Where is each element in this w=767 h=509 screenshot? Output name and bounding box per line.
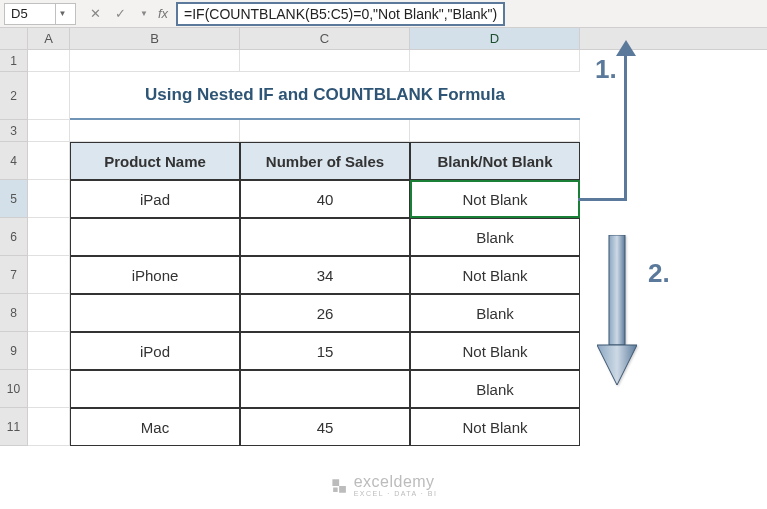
- page-title: Using Nested IF and COUNTBLANK Formula: [70, 72, 580, 120]
- name-box[interactable]: D5 ▼: [4, 3, 76, 25]
- cell-B8[interactable]: [70, 294, 240, 332]
- cell-D8[interactable]: Blank: [410, 294, 580, 332]
- annotation-connector-vertical: [624, 50, 627, 201]
- row-header-1[interactable]: 1: [0, 50, 28, 72]
- cell-B11[interactable]: Mac: [70, 408, 240, 446]
- select-all-corner[interactable]: [0, 28, 28, 49]
- title-cell[interactable]: Using Nested IF and COUNTBLANK Formula: [70, 72, 580, 120]
- cell-D1[interactable]: [410, 50, 580, 72]
- formula-input[interactable]: =IF(COUNTBLANK(B5:C5)=0,"Not Blank","Bla…: [176, 3, 767, 25]
- row-headers: 1 2 3 4 5 6 7 8 9 10 11: [0, 50, 28, 446]
- spreadsheet: A B C D 1 2 3 4 5 6 7 8 9 10 11: [0, 28, 767, 446]
- cell-A6[interactable]: [28, 218, 70, 256]
- column-headers: A B C D: [0, 28, 767, 50]
- cell-C1[interactable]: [240, 50, 410, 72]
- col-header-D[interactable]: D: [410, 28, 580, 49]
- formula-text: =IF(COUNTBLANK(B5:C5)=0,"Not Blank","Bla…: [176, 2, 505, 26]
- row-header-2[interactable]: 2: [0, 72, 28, 120]
- cell-A7[interactable]: [28, 256, 70, 294]
- cell-D3[interactable]: [410, 120, 580, 142]
- annotation-connector-horizontal: [578, 198, 626, 201]
- row-header-9[interactable]: 9: [0, 332, 28, 370]
- cell-B5[interactable]: iPad: [70, 180, 240, 218]
- row-header-5[interactable]: 5: [0, 180, 28, 218]
- cell-A4[interactable]: [28, 142, 70, 180]
- cell-B7[interactable]: iPhone: [70, 256, 240, 294]
- cell-A1[interactable]: [28, 50, 70, 72]
- svg-marker-2: [597, 345, 637, 385]
- row-header-7[interactable]: 7: [0, 256, 28, 294]
- cell-D11[interactable]: Not Blank: [410, 408, 580, 446]
- cell-A8[interactable]: [28, 294, 70, 332]
- enter-icon[interactable]: ✓: [115, 6, 126, 21]
- row-header-11[interactable]: 11: [0, 408, 28, 446]
- fx-icon[interactable]: fx: [158, 6, 176, 21]
- watermark: exceldemy EXCEL · DATA · BI: [330, 474, 438, 497]
- row-header-3[interactable]: 3: [0, 120, 28, 142]
- row-header-4[interactable]: 4: [0, 142, 28, 180]
- row-header-6[interactable]: 6: [0, 218, 28, 256]
- cell-D9[interactable]: Not Blank: [410, 332, 580, 370]
- cell-D10[interactable]: Blank: [410, 370, 580, 408]
- formula-bar-icons: ✕ ✓ ▼: [80, 6, 158, 21]
- cell-C8[interactable]: 26: [240, 294, 410, 332]
- cell-A2[interactable]: [28, 72, 70, 120]
- name-box-value: D5: [11, 6, 28, 21]
- col-header-A[interactable]: A: [28, 28, 70, 49]
- cell-C5[interactable]: 40: [240, 180, 410, 218]
- watermark-main: exceldemy: [354, 474, 438, 490]
- annotation-step-2: 2.: [648, 258, 670, 289]
- cell-D7[interactable]: Not Blank: [410, 256, 580, 294]
- cell-A5[interactable]: [28, 180, 70, 218]
- svg-rect-1: [609, 235, 625, 345]
- annotation-arrow-down-icon: [597, 235, 637, 389]
- formula-bar: D5 ▼ ✕ ✓ ▼ fx =IF(COUNTBLANK(B5:C5)=0,"N…: [0, 0, 767, 28]
- header-product[interactable]: Product Name: [70, 142, 240, 180]
- cell-B6[interactable]: [70, 218, 240, 256]
- dropdown-icon[interactable]: ▼: [140, 9, 148, 18]
- cell-B9[interactable]: iPod: [70, 332, 240, 370]
- cell-B10[interactable]: [70, 370, 240, 408]
- svg-marker-0: [616, 40, 636, 56]
- annotation-step-1: 1.: [595, 54, 617, 85]
- col-header-C[interactable]: C: [240, 28, 410, 49]
- cell-A9[interactable]: [28, 332, 70, 370]
- watermark-sub: EXCEL · DATA · BI: [354, 490, 438, 497]
- cell-A11[interactable]: [28, 408, 70, 446]
- cell-A10[interactable]: [28, 370, 70, 408]
- watermark-text: exceldemy EXCEL · DATA · BI: [354, 474, 438, 497]
- header-blank[interactable]: Blank/Not Blank: [410, 142, 580, 180]
- cell-A3[interactable]: [28, 120, 70, 142]
- cells-area: Using Nested IF and COUNTBLANK Formula P…: [28, 50, 580, 446]
- cell-C9[interactable]: 15: [240, 332, 410, 370]
- cell-B3[interactable]: [70, 120, 240, 142]
- cell-C3[interactable]: [240, 120, 410, 142]
- name-box-chevron-icon[interactable]: ▼: [55, 3, 69, 25]
- watermark-logo-icon: [330, 477, 348, 495]
- row-header-8[interactable]: 8: [0, 294, 28, 332]
- cell-C6[interactable]: [240, 218, 410, 256]
- col-header-B[interactable]: B: [70, 28, 240, 49]
- cell-D6[interactable]: Blank: [410, 218, 580, 256]
- cell-B1[interactable]: [70, 50, 240, 72]
- header-sales[interactable]: Number of Sales: [240, 142, 410, 180]
- row-header-10[interactable]: 10: [0, 370, 28, 408]
- annotation-arrow-up-icon: [616, 40, 636, 60]
- cell-D5[interactable]: Not Blank: [410, 180, 580, 218]
- cancel-icon[interactable]: ✕: [90, 6, 101, 21]
- cell-C11[interactable]: 45: [240, 408, 410, 446]
- cell-C10[interactable]: [240, 370, 410, 408]
- cell-C7[interactable]: 34: [240, 256, 410, 294]
